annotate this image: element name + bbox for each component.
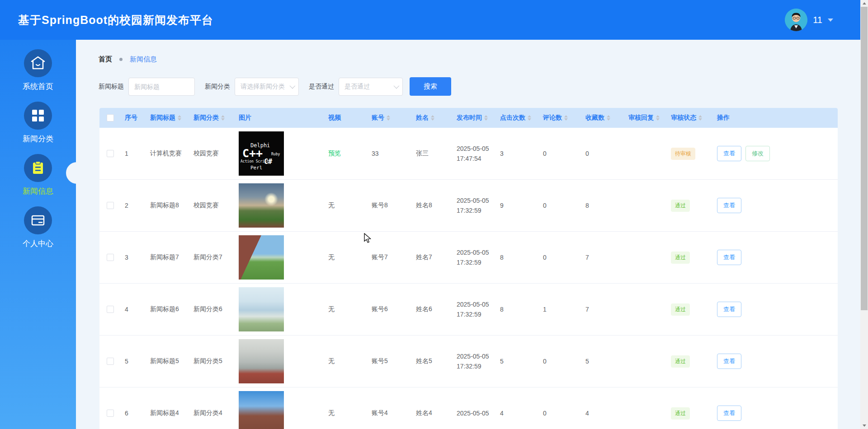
row-checkbox[interactable] (107, 410, 114, 417)
header-cell[interactable]: 点击次数 (495, 114, 538, 122)
avatar[interactable] (785, 9, 807, 31)
news-thumbnail[interactable] (239, 183, 284, 228)
row-checkbox[interactable] (107, 254, 114, 261)
chevron-down-icon (290, 83, 296, 89)
image-cell (234, 183, 324, 228)
search-button[interactable]: 搜索 (410, 77, 451, 96)
view-button[interactable]: 查看 (717, 250, 741, 265)
header-cell[interactable]: 账号 (367, 114, 411, 122)
news-title: 新闻标题6 (146, 305, 189, 313)
grid-icon (24, 102, 52, 130)
sort-caret-icon[interactable] (698, 115, 702, 121)
column-header-label: 姓名 (416, 114, 429, 122)
sort-caret-icon[interactable] (484, 115, 488, 121)
row-checkbox[interactable] (107, 150, 114, 157)
author-name: 姓名6 (411, 305, 452, 313)
click-count: 8 (495, 254, 538, 261)
header-cell[interactable]: 审核回复 (624, 114, 666, 122)
filter-bar: 新闻标题 新闻分类 请选择新闻分类 是否通过 是否通过 搜索 (99, 77, 860, 96)
header-cell[interactable]: 新闻标题 (146, 114, 189, 122)
select-all-checkbox[interactable] (107, 114, 114, 121)
row-checkbox[interactable] (107, 358, 114, 365)
image-cell: DelphiC++C#Action ScriptPerlRuby (234, 131, 324, 176)
view-button[interactable]: 查看 (717, 406, 741, 421)
news-thumbnail[interactable]: DelphiC++C#Action ScriptPerlRuby (239, 131, 284, 176)
user-dropdown-caret-icon[interactable] (828, 19, 833, 22)
news-category: 新闻分类6 (189, 305, 234, 313)
table-row: 5新闻标题5新闻分类5无账号5姓名52025-05-0517:32:59505通… (99, 336, 838, 387)
sidebar-item-category[interactable]: 新闻分类 (0, 92, 76, 145)
header-cell[interactable]: 发布时间 (452, 114, 495, 122)
header-cell-checkbox (99, 114, 120, 121)
header-cell: 视频 (324, 114, 367, 122)
sidebar-item-label: 新闻信息 (23, 186, 53, 196)
status-badge: 通过 (671, 252, 690, 264)
user-menu[interactable]: 11 (785, 0, 833, 40)
title-filter-input[interactable] (128, 78, 195, 96)
sort-caret-icon[interactable] (221, 115, 225, 121)
news-title: 新闻标题8 (146, 201, 189, 210)
breadcrumb: 首页 新闻信息 (76, 40, 860, 64)
header-cell[interactable]: 审核状态 (666, 114, 712, 122)
favorite-count: 0 (581, 150, 624, 157)
video-none-label: 无 (328, 357, 335, 364)
pass-select-placeholder: 是否通过 (344, 83, 370, 91)
publish-datetime: 2025-05-0517:32:59 (452, 351, 495, 371)
comment-count: 0 (538, 254, 581, 261)
header-cell[interactable]: 新闻分类 (189, 114, 234, 122)
sort-caret-icon[interactable] (178, 115, 181, 121)
news-title: 新闻标题7 (146, 253, 189, 261)
category-filter-label: 新闻分类 (205, 83, 230, 91)
row-checkbox[interactable] (107, 202, 114, 209)
video-preview-link[interactable]: 预览 (328, 149, 341, 157)
sort-caret-icon[interactable] (607, 115, 610, 121)
sort-caret-icon[interactable] (431, 115, 434, 121)
news-category: 新闻分类5 (189, 357, 234, 365)
view-button[interactable]: 查看 (717, 302, 741, 317)
header-cell[interactable]: 收藏数 (581, 114, 624, 122)
breadcrumb-current-link[interactable]: 新闻信息 (130, 55, 157, 64)
column-header-label: 发布时间 (457, 114, 482, 122)
news-thumbnail[interactable] (239, 287, 284, 331)
sidebar-item-home[interactable]: 系统首页 (0, 40, 76, 92)
news-category: 新闻分类7 (189, 253, 234, 261)
video-cell: 无 (324, 357, 367, 365)
scrollbar-up-arrow-icon[interactable] (860, 0, 868, 7)
active-item-notch (66, 162, 88, 184)
pass-filter-select[interactable]: 是否通过 (339, 78, 403, 96)
page-scrollbar[interactable] (860, 0, 868, 429)
scrollbar-thumb[interactable] (861, 7, 868, 310)
image-cell (234, 235, 324, 280)
column-header-label: 点击次数 (500, 114, 525, 122)
view-button[interactable]: 查看 (717, 354, 741, 369)
video-none-label: 无 (328, 253, 335, 261)
actions-cell: 查看 (712, 302, 831, 317)
header-cell[interactable]: 姓名 (411, 114, 452, 122)
sort-caret-icon[interactable] (656, 115, 660, 121)
image-cell (234, 391, 324, 429)
sidebar-item-news[interactable]: 新闻信息 (0, 145, 76, 197)
home-icon (24, 49, 52, 77)
scrollbar-down-arrow-icon[interactable] (860, 422, 868, 429)
news-category: 校园竞赛 (189, 201, 234, 210)
sort-caret-icon[interactable] (564, 115, 568, 121)
news-thumbnail[interactable] (239, 391, 284, 429)
sort-caret-icon[interactable] (387, 115, 390, 121)
view-button[interactable]: 查看 (717, 198, 741, 213)
header-cell[interactable]: 评论数 (538, 114, 581, 122)
breadcrumb-separator-dot (119, 58, 123, 61)
favorite-count: 8 (581, 202, 624, 209)
publish-datetime: 2025-05-0517:32:59 (452, 299, 495, 319)
author-name: 张三 (411, 149, 452, 158)
category-filter-select[interactable]: 请选择新闻分类 (235, 78, 299, 96)
sidebar-item-profile[interactable]: 个人中心 (0, 197, 76, 249)
sort-caret-icon[interactable] (528, 115, 531, 121)
edit-button[interactable]: 修改 (745, 146, 770, 161)
video-cell: 预览 (324, 149, 367, 158)
video-none-label: 无 (328, 201, 335, 209)
view-button[interactable]: 查看 (717, 146, 741, 161)
row-checkbox[interactable] (107, 306, 114, 313)
video-cell: 无 (324, 201, 367, 210)
news-thumbnail[interactable] (239, 339, 284, 383)
news-thumbnail[interactable] (239, 235, 284, 280)
